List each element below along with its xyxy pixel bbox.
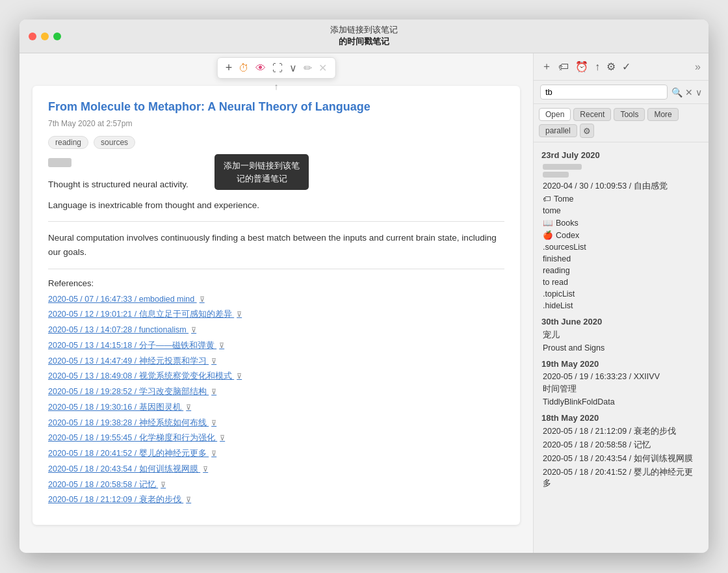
list-item-text: Codex <box>556 231 579 240</box>
eye-icon[interactable]: 👁 <box>255 62 266 74</box>
note-text-2: Language is inextricable from thought an… <box>48 198 504 213</box>
list-item[interactable]: 时间管理 <box>534 382 708 396</box>
list-item[interactable]: 🏷Tome <box>534 193 708 205</box>
fullscreen-button[interactable] <box>53 33 61 40</box>
list-item[interactable]: 2020-05 / 18 / 19:28:52 / 学习改变脑部结构 ⊽ <box>48 386 504 398</box>
blur-placeholder <box>543 164 582 170</box>
search-input[interactable] <box>540 85 668 100</box>
list-item-text: Books <box>556 219 578 228</box>
list-item[interactable]: 2020-05 / 19 / 16:33:23 / XXIIVV <box>534 371 708 382</box>
list-item[interactable]: 2020-05 / 18 / 19:38:28 / 神经系统如何布线 ⊽ <box>48 417 504 429</box>
list-item[interactable]: 2020-05 / 07 / 16:47:33 / embodied mind … <box>48 293 504 306</box>
search-buttons: 🔍 ✕ ∨ <box>671 87 702 98</box>
divider-2 <box>48 269 504 269</box>
list-item[interactable]: 2020-05 / 18 / 19:55:45 / 化学梯度和行为强化 ⊽ <box>48 432 504 444</box>
list-item[interactable]: 2020-05 / 13 / 14:47:49 / 神经元投票和学习 ⊽ <box>48 355 504 367</box>
list-item[interactable]: .hideList <box>534 300 708 312</box>
list-item[interactable]: 2020-05 / 18 / 20:41:52 / 婴儿的神经元更多 <box>534 466 708 490</box>
clock-icon[interactable]: ⏱ <box>239 62 249 74</box>
share-icon[interactable]: ↑ <box>595 61 600 73</box>
window-title-line1: 添加链接到该笔记 <box>330 25 398 36</box>
list-item[interactable]: .sourcesList <box>534 241 708 253</box>
minimize-button[interactable] <box>41 33 49 40</box>
list-item[interactable]: TiddlyBlinkFoldData <box>534 396 708 408</box>
tag-reading[interactable]: reading <box>48 136 88 149</box>
nav-tabs: Open Recent Tools More parallel ⚙ <box>534 104 708 142</box>
references-list: 2020-05 / 07 / 16:47:33 / embodied mind … <box>48 293 504 507</box>
tab-parallel[interactable]: parallel <box>539 124 577 137</box>
add-icon[interactable]: + <box>226 61 233 75</box>
list-item[interactable]: 🍎Codex <box>534 229 708 241</box>
date-header: 18th May 2020 <box>534 408 708 425</box>
list-item[interactable]: tome <box>534 205 708 217</box>
titlebar: 添加链接到该笔记 的时间戳笔记 <box>20 20 708 53</box>
list-item[interactable]: 2020-05 / 13 / 14:07:28 / functionalism … <box>48 324 504 336</box>
arrow-up-icon: ↑ <box>274 81 278 92</box>
list-item[interactable]: 2020-05 / 13 / 14:15:18 / 分子——磁铁和弹黄 ⊽ <box>48 340 504 352</box>
settings-icon[interactable]: ⚙ <box>606 60 616 73</box>
expand-icon[interactable]: ⛶ <box>272 62 283 74</box>
clock-toolbar-icon[interactable]: ⏰ <box>575 60 588 73</box>
list-item[interactable]: 2020-05 / 18 / 21:12:09 / 衰老的步伐 <box>534 425 708 438</box>
list-item[interactable]: to read <box>534 276 708 288</box>
tag-sources[interactable]: sources <box>94 136 135 149</box>
tab-open[interactable]: Open <box>539 108 571 121</box>
tag-icon[interactable]: 🏷 <box>558 61 569 73</box>
list-item[interactable]: reading <box>534 265 708 276</box>
left-panel: ↓ + ⏱ 👁 ⛶ ∨ ✏ ✕ ↑ 添加一则链接到该笔 记的普通笔记 <box>20 53 533 553</box>
note-card: From Molecule to Metaphor: A Neural Theo… <box>32 86 520 525</box>
list-item[interactable]: 2020-05 / 18 / 21:12:09 / 衰老的步伐 ⊽ <box>48 494 504 506</box>
list-icon: 📖 <box>543 219 553 228</box>
list-item[interactable]: 2020-05 / 18 / 20:58:58 / 记忆 <box>534 438 708 452</box>
add-link-tooltip: 添加一则链接到该笔 记的普通笔记 <box>214 154 309 190</box>
list-item[interactable]: 2020-05 / 18 / 20:43:54 / 如何训练视网膜 <box>534 452 708 466</box>
list-icon: 🍎 <box>543 231 553 240</box>
add-note-icon[interactable]: ＋ <box>541 60 552 73</box>
date-header: 23rd July 2020 <box>534 145 708 162</box>
list-item-text: Tome <box>554 194 574 204</box>
list-item[interactable]: 📖Books <box>534 217 708 229</box>
list-item[interactable]: 2020-04 / 30 / 10:09:53 / 自由感觉 <box>534 180 708 193</box>
list-item[interactable]: 宠儿 <box>534 328 708 342</box>
right-toolbar: ＋ 🏷 ⏰ ↑ ⚙ ✓ » <box>534 53 708 81</box>
search-submit-icon[interactable]: 🔍 <box>671 87 682 98</box>
tab-tools[interactable]: Tools <box>614 108 645 121</box>
traffic-lights <box>29 33 61 40</box>
note-title[interactable]: From Molecule to Metaphor: A Neural Theo… <box>48 99 504 115</box>
toolbar-icons-row: + ⏱ 👁 ⛶ ∨ ✏ ✕ <box>217 57 336 79</box>
edit-icon[interactable]: ✏ <box>304 62 312 74</box>
tab-settings-button[interactable]: ⚙ <box>580 124 594 138</box>
list-item[interactable]: 2020-05 / 12 / 19:01:21 / 信息立足于可感知的差异 ⊽ <box>48 308 504 321</box>
references-label: References: <box>48 278 504 288</box>
divider-1 <box>48 221 504 222</box>
list-item[interactable]: 2020-05 / 18 / 19:30:16 / 基因图灵机 ⊽ <box>48 401 504 414</box>
right-toolbar-icons: ＋ 🏷 ⏰ ↑ ⚙ ✓ <box>541 60 630 73</box>
date-header: 30th June 2020 <box>534 312 708 328</box>
list-item[interactable]: 2020-05 / 18 / 20:41:52 / 婴儿的神经元更多 ⊽ <box>48 447 504 460</box>
window-title-line2: 的时间戳笔记 <box>339 36 389 47</box>
tab-recent[interactable]: Recent <box>573 108 611 121</box>
chevron-right-icon[interactable]: » <box>695 61 701 73</box>
list-item[interactable]: .topicList <box>534 288 708 300</box>
note-toolbar: ↓ + ⏱ 👁 ⛶ ∨ ✏ ✕ ↑ <box>217 53 336 92</box>
avatar-placeholder <box>48 158 72 167</box>
search-expand-icon[interactable]: ∨ <box>696 87 702 98</box>
toolbar-close-icon[interactable]: ✕ <box>318 62 327 74</box>
chevron-icon[interactable]: ∨ <box>289 62 297 74</box>
note-date: 7th May 2020 at 2:57pm <box>48 119 504 128</box>
search-bar: 🔍 ✕ ∨ <box>534 81 708 104</box>
list-item[interactable]: 2020-05 / 13 / 18:49:08 / 视觉系统察觉变化和模式 ⊽ <box>48 370 504 382</box>
list-icon: 🏷 <box>543 194 551 204</box>
check-icon[interactable]: ✓ <box>622 60 630 73</box>
tab-more[interactable]: More <box>647 108 678 121</box>
search-clear-icon[interactable]: ✕ <box>685 87 693 98</box>
list-item[interactable]: 2020-05 / 18 / 20:58:58 / 记忆 ⊽ <box>48 479 504 491</box>
list-item[interactable]: Proust and Signs <box>534 342 708 354</box>
close-button[interactable] <box>29 33 36 40</box>
arrow-down-icon: ↓ <box>274 53 278 55</box>
list-item[interactable]: 2020-05 / 18 / 20:43:54 / 如何训练视网膜 ⊽ <box>48 463 504 475</box>
date-header: 19th May 2020 <box>534 354 708 371</box>
right-panel: ＋ 🏷 ⏰ ↑ ⚙ ✓ » 🔍 ✕ ∨ Op <box>533 53 708 553</box>
list-item[interactable]: finished <box>534 253 708 265</box>
note-text-3: Neural computation involves continuously… <box>48 231 504 259</box>
